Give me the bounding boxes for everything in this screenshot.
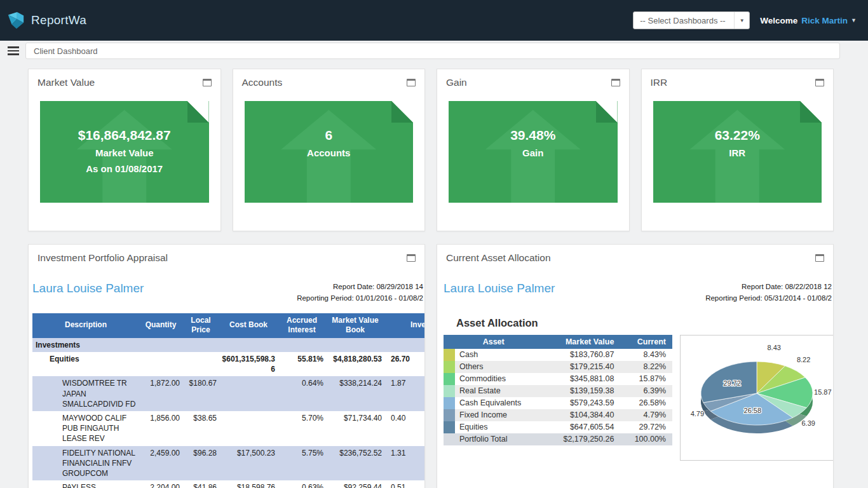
allocation-table-body: Cash$183,760.878.43%Others$179,215.408.2… xyxy=(444,349,672,445)
table-cell: 2,204.00 xyxy=(139,480,182,488)
report-date: Report Date: 08/22/2018 12 xyxy=(705,281,832,293)
table-cell: $345,881.08 xyxy=(543,373,620,385)
table-cell: 0.51 xyxy=(384,480,424,488)
asset-color-swatch xyxy=(444,361,455,373)
user-menu[interactable]: Rick Martin ▼ xyxy=(801,16,857,25)
folded-corner-decoration xyxy=(800,101,822,123)
column-header: Asset xyxy=(444,335,543,349)
allocation-table: AssetMarket ValueCurrent Cash$183,760.87… xyxy=(444,335,672,445)
menu-icon[interactable] xyxy=(6,43,20,58)
kpi-label: IRR xyxy=(729,147,745,159)
table-cell xyxy=(384,338,424,352)
table-row: PAYLESS CASHWAYS INC ESCR2,204.00$41.86$… xyxy=(32,480,424,488)
table-cell: $139,159.38 xyxy=(543,385,620,397)
portfolio-table-body: InvestmentsEquities$601,315,598.3655.81%… xyxy=(32,338,424,488)
client-name: Laura Louise Palmer xyxy=(32,281,144,295)
table-cell: Equities xyxy=(455,421,543,433)
table-row: Equities$601,315,598.3655.81%$4,818,280.… xyxy=(32,352,424,376)
window-icon[interactable] xyxy=(407,79,416,86)
window-icon[interactable] xyxy=(815,79,824,86)
table-cell: $4,818,280.53 xyxy=(326,352,384,376)
kpi-tile: $16,864,842.87 Market Value As on 01/08/… xyxy=(40,101,209,203)
table-cell: 5.75% xyxy=(278,446,326,481)
table-cell: $38.65 xyxy=(182,411,219,446)
table-row: WISDOMTREE TR JAPAN SMALLCAPDIVID FD1,87… xyxy=(32,376,424,411)
dashboard-select[interactable]: -- Select Dashboards -- ▼ xyxy=(633,11,750,29)
dashboard-select-value: -- Select Dashboards -- xyxy=(640,16,725,25)
table-cell: $601,315,598.36 xyxy=(219,352,278,376)
pie-slice-label: 26.58 xyxy=(744,407,762,414)
table-cell: $17,500.23 xyxy=(219,446,278,481)
kpi-value: $16,864,842.87 xyxy=(78,128,171,143)
page-title: Client Dashboard xyxy=(34,46,97,56)
pie-slice-label: 6.39 xyxy=(801,419,815,426)
portfolio-table: DescriptionQuantityLocal PriceCost BookA… xyxy=(32,313,424,488)
allocation-pie-svg: 8.438.2215.876.3926.584.7929.72 xyxy=(682,339,833,457)
column-header: Market Value Book xyxy=(326,313,384,338)
portfolio-header-row: DescriptionQuantityLocal PriceCost BookA… xyxy=(32,313,424,338)
reportwa-logo-icon xyxy=(6,11,25,30)
table-cell: $647,605.54 xyxy=(543,421,620,433)
table-cell: MAYWOOD CALIF PUB FINGAUTH LEASE REV xyxy=(32,411,139,446)
card-title: Market Value xyxy=(37,77,95,88)
table-row: Equities$647,605.5429.72% xyxy=(444,421,672,433)
table-cell: 29.72% xyxy=(620,421,672,433)
card-title: Accounts xyxy=(242,77,283,88)
asset-color-swatch xyxy=(444,421,455,433)
column-header: Local Price xyxy=(182,313,219,338)
reporting-period: Reporting Period: 05/31/2014 - 01/08/2 xyxy=(705,293,832,304)
table-cell xyxy=(219,376,278,411)
kpi-tile: 39.48% Gain xyxy=(449,101,618,203)
table-cell: 1.31 xyxy=(384,446,424,481)
table-cell: $179,215.40 xyxy=(543,361,620,373)
table-cell: 0.64% xyxy=(278,376,326,411)
window-icon[interactable] xyxy=(203,79,212,86)
table-cell: $338,214.24 xyxy=(326,376,384,411)
table-cell: 26.58% xyxy=(620,397,672,409)
brand[interactable]: ReportWa xyxy=(6,11,86,30)
window-icon[interactable] xyxy=(815,254,824,262)
table-cell: PAYLESS CASHWAYS INC ESCR xyxy=(32,480,139,488)
top-navigation-bar: ReportWa -- Select Dashboards -- ▼ Welco… xyxy=(0,0,868,41)
table-cell: $96.28 xyxy=(182,446,219,481)
window-icon[interactable] xyxy=(407,254,416,262)
kpi-tile: 63.22% IRR xyxy=(653,101,822,203)
table-cell: 5.70% xyxy=(278,411,326,446)
kpi-card-market-value: Market Value $16,864,842.87 Market Value… xyxy=(28,69,221,231)
table-row: Cash$183,760.878.43% xyxy=(444,349,672,361)
table-cell: Portfolio Total xyxy=(455,433,543,445)
window-icon[interactable] xyxy=(611,79,620,86)
portfolio-table-wrap: DescriptionQuantityLocal PriceCost BookA… xyxy=(32,313,424,488)
column-header: Current xyxy=(620,335,672,349)
kpi-sublabel: As on 01/08/2017 xyxy=(86,163,163,175)
kpi-label: Accounts xyxy=(307,147,350,159)
table-cell: 1,856.00 xyxy=(139,411,182,446)
report-dates: Report Date: 08/22/2018 12 Reporting Per… xyxy=(705,281,832,304)
asset-color-swatch xyxy=(444,385,455,397)
table-cell: $41.86 xyxy=(182,480,219,488)
pie-slice-label: 8.43 xyxy=(767,343,780,351)
allocation-panel: Current Asset Allocation Laura Louise Pa… xyxy=(437,244,834,488)
folded-corner-decoration xyxy=(391,101,413,123)
folded-corner-decoration xyxy=(596,101,618,123)
table-cell: Others xyxy=(455,361,543,373)
table-cell xyxy=(182,352,219,376)
kpi-cards: Market Value $16,864,842.87 Market Value… xyxy=(28,69,834,231)
chevron-down-icon: ▼ xyxy=(851,17,857,24)
card-title: Gain xyxy=(446,77,467,88)
table-cell: 0.63% xyxy=(278,480,326,488)
client-name: Laura Louise Palmer xyxy=(444,281,555,295)
table-cell: 1.87 xyxy=(384,376,424,411)
table-cell xyxy=(278,338,326,352)
table-cell: $236,752.52 xyxy=(326,446,384,481)
section-title: Asset Allocation xyxy=(456,317,833,329)
table-cell xyxy=(182,338,219,352)
table-row: Cash Equivalents$579,243.5926.58% xyxy=(444,397,672,409)
pie-slice-label: 29.72 xyxy=(723,379,741,386)
table-cell: $104,384.40 xyxy=(543,409,620,421)
table-cell xyxy=(326,338,384,352)
panel-title: Investment Portfolio Appraisal xyxy=(37,252,168,264)
table-cell: $180.67 xyxy=(182,376,219,411)
folded-corner-decoration xyxy=(187,101,209,123)
table-cell: 8.43% xyxy=(620,349,672,361)
